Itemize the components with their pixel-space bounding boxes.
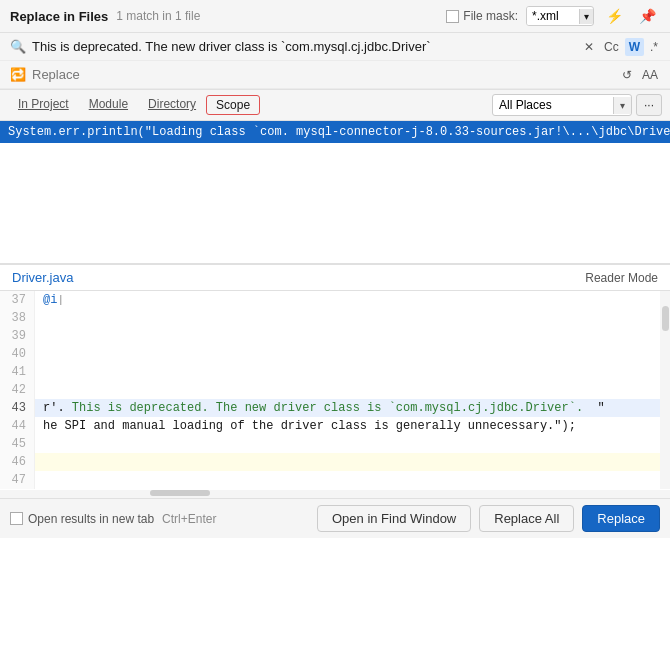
code-line-40 — [35, 345, 670, 363]
tabs-row: In Project Module Directory Scope All Pl… — [0, 90, 670, 121]
case-sensitive-btn[interactable]: Cc — [600, 38, 623, 56]
header-match-info: 1 match in 1 file — [116, 9, 200, 23]
shortcut-label: Ctrl+Enter — [162, 512, 216, 526]
search-row: 🔍 This is deprecated. The new driver cla… — [0, 33, 670, 61]
code-viewer: Driver.java Reader Mode 37 38 39 40 41 4… — [0, 264, 670, 498]
open-find-window-btn[interactable]: Open in Find Window — [317, 505, 471, 532]
code-line-47 — [35, 471, 670, 489]
scrollbar-horizontal[interactable] — [0, 490, 670, 498]
search-section: 🔍 This is deprecated. The new driver cla… — [0, 33, 670, 90]
scrollbar-thumb-h — [150, 490, 210, 496]
line-num-38: 38 — [8, 309, 26, 327]
replace-icon-btn[interactable]: 🔁 — [8, 65, 28, 84]
code-line-41 — [35, 363, 670, 381]
code-line-43: r'. This is deprecated. The new driver c… — [35, 399, 670, 417]
bottom-bar: Open results in new tab Ctrl+Enter Open … — [0, 498, 670, 538]
file-mask-input[interactable] — [527, 7, 579, 25]
scope-dropdown: All Places Project Files Open Files Chan… — [492, 94, 632, 116]
result-row[interactable]: System.err.println("Loading class `com. … — [0, 121, 670, 143]
code-line-39 — [35, 327, 670, 345]
line-num-42: 42 — [8, 381, 26, 399]
code-line-37: @i| — [35, 291, 670, 309]
scope-more-btn[interactable]: ··· — [636, 94, 662, 116]
replace-btn[interactable]: Replace — [582, 505, 660, 532]
line-num-45: 45 — [8, 435, 26, 453]
open-results-checkbox[interactable] — [10, 512, 23, 525]
header-bar: Replace in Files 1 match in 1 file File … — [0, 0, 670, 33]
line-num-39: 39 — [8, 327, 26, 345]
code-line-46 — [35, 453, 670, 471]
line-num-47: 47 — [8, 471, 26, 489]
clear-search-btn[interactable]: ✕ — [580, 38, 598, 56]
code-text-area: @i| r'. This is deprecated. The new driv… — [35, 291, 670, 489]
replace-actions: ↺ AA — [618, 66, 662, 84]
scrollbar-thumb-v — [662, 306, 669, 331]
result-row-text: System.err.println("Loading class `com. … — [8, 125, 670, 139]
file-mask-checkbox[interactable] — [446, 10, 459, 23]
word-btn[interactable]: W — [625, 38, 644, 56]
scope-dropdown-arrow[interactable]: ▾ — [613, 97, 631, 114]
line-num-44: 44 — [8, 417, 26, 435]
file-mask-input-wrapper: ▾ — [526, 6, 594, 26]
tab-in-project[interactable]: In Project — [8, 94, 79, 116]
tab-scope[interactable]: Scope — [206, 95, 260, 115]
code-line-44: he SPI and manual loading of the driver … — [35, 417, 670, 435]
line-num-40: 40 — [8, 345, 26, 363]
pin-icon-btn[interactable]: 📌 — [635, 6, 660, 26]
file-mask-dropdown-arrow[interactable]: ▾ — [579, 9, 593, 24]
replace-input[interactable] — [32, 67, 614, 82]
code-viewer-header: Driver.java Reader Mode — [0, 265, 670, 291]
search-actions: ✕ Cc W .* — [580, 38, 662, 56]
replace-row: 🔁 ↺ AA — [0, 61, 670, 89]
preserve-case-btn[interactable]: ↺ — [618, 66, 636, 84]
code-lines: 37 38 39 40 41 42 43 44 45 46 47 @i| — [0, 291, 670, 489]
file-mask-checkbox-label: File mask: — [446, 9, 518, 23]
open-results-label: Open results in new tab — [28, 512, 154, 526]
match-case-btn[interactable]: AA — [638, 66, 662, 84]
empty-results — [0, 143, 670, 263]
line-numbers: 37 38 39 40 41 42 43 44 45 46 47 — [0, 291, 35, 489]
file-mask-label-text: File mask: — [463, 9, 518, 23]
scrollbar-vertical[interactable] — [660, 291, 670, 489]
reader-mode-btn[interactable]: Reader Mode — [585, 271, 658, 285]
code-content: 37 38 39 40 41 42 43 44 45 46 47 @i| — [0, 291, 670, 498]
code-line-42 — [35, 381, 670, 399]
open-results-check: Open results in new tab — [10, 512, 154, 526]
line-num-37: 37 — [8, 291, 26, 309]
code-line-45 — [35, 435, 670, 453]
line-num-41: 41 — [8, 363, 26, 381]
filter-icon-btn[interactable]: ⚡ — [602, 6, 627, 26]
replace-all-btn[interactable]: Replace All — [479, 505, 574, 532]
tab-directory[interactable]: Directory — [138, 94, 206, 116]
code-filename[interactable]: Driver.java — [12, 270, 73, 285]
line-num-43: 43 — [8, 399, 26, 417]
tab-module[interactable]: Module — [79, 94, 138, 116]
search-icon-btn[interactable]: 🔍 — [8, 37, 28, 56]
results-area: System.err.println("Loading class `com. … — [0, 121, 670, 264]
search-value-text: This is deprecated. The new driver class… — [32, 39, 576, 54]
line-num-46: 46 — [8, 453, 26, 471]
code-line-38 — [35, 309, 670, 327]
header-title: Replace in Files — [10, 9, 108, 24]
regex-btn[interactable]: .* — [646, 38, 662, 56]
scope-select[interactable]: All Places Project Files Open Files Chan… — [493, 95, 613, 115]
